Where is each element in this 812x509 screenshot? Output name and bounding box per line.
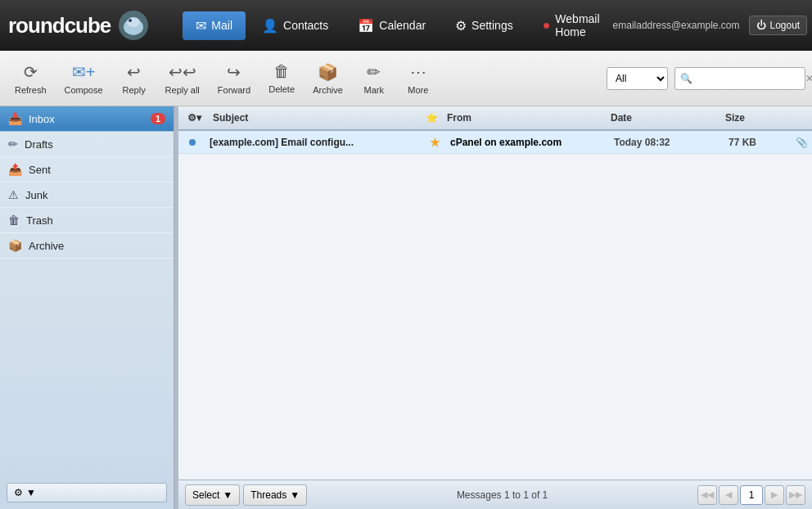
reply-label: Reply xyxy=(123,85,146,95)
svg-point-3 xyxy=(129,19,132,22)
search-icon: 🔍 xyxy=(680,73,692,84)
nav-contacts[interactable]: 👤 Contacts xyxy=(249,11,341,40)
email-panel: ⚙▾ Subject ⭐ From Date Size xyxy=(178,106,812,509)
nav-calendar[interactable]: 📅 Calendar xyxy=(345,11,439,40)
email-subject: [example.com] Email configu... xyxy=(203,137,426,148)
page-info: Messages 1 to 1 of 1 xyxy=(310,489,694,501)
nav-contacts-label: Contacts xyxy=(283,19,328,32)
compose-button[interactable]: ✉+ Compose xyxy=(56,57,111,100)
mark-label: Mark xyxy=(364,85,384,95)
archive-icon: 📦 xyxy=(318,62,338,82)
sidebar-gear-icon: ⚙ xyxy=(14,487,23,498)
sidebar-inbox-label: Inbox xyxy=(29,113,144,125)
archive-button[interactable]: 📦 Archive xyxy=(304,57,351,100)
header-flag: ⭐ xyxy=(422,112,440,124)
sidebar-item-inbox[interactable]: 📥 Inbox 1 xyxy=(0,106,174,132)
pagination: ◀◀ ◀ 1 ▶ ▶▶ xyxy=(697,485,805,505)
email-list-header: ⚙▾ Subject ⭐ From Date Size xyxy=(178,106,812,131)
svg-point-2 xyxy=(127,17,140,27)
sidebar-item-junk[interactable]: ⚠ Junk xyxy=(0,182,174,208)
unread-dot xyxy=(186,137,196,148)
trash-icon: 🗑 xyxy=(8,214,20,227)
logout-label: Logout xyxy=(769,20,800,31)
select-label: Select xyxy=(192,489,219,501)
mark-icon: ✏ xyxy=(367,62,381,82)
reply-all-label: Reply all xyxy=(165,85,200,95)
refresh-label: Refresh xyxy=(15,85,47,95)
paperclip-icon: 📎 xyxy=(796,137,808,148)
forward-icon: ↪ xyxy=(227,62,241,82)
nav-mail[interactable]: ✉ Mail xyxy=(183,11,246,40)
forward-label: Forward xyxy=(218,85,250,95)
email-attachment-icon: 📎 xyxy=(796,137,812,148)
logo-icon xyxy=(117,9,150,42)
refresh-button[interactable]: ⟳ Refresh xyxy=(7,57,55,100)
header-check: ⚙▾ xyxy=(182,112,206,124)
junk-icon: ⚠ xyxy=(8,188,19,201)
sidebar-settings-button[interactable]: ⚙ ▼ xyxy=(7,483,167,502)
subject-sort: Subject xyxy=(213,112,416,124)
nav-items: ✉ Mail 👤 Contacts 📅 Calendar ⚙ Settings … xyxy=(183,6,612,45)
settings-dropdown-icon[interactable]: ⚙▾ xyxy=(187,112,201,124)
header-date[interactable]: Date xyxy=(604,112,719,124)
email-check xyxy=(178,137,203,148)
nav-webmail-home-label: Webmail Home xyxy=(555,12,599,38)
threads-button[interactable]: Threads ▼ xyxy=(243,484,307,506)
nav-mail-label: Mail xyxy=(211,19,232,32)
mail-icon: ✉ xyxy=(196,18,206,34)
clear-search-icon[interactable]: ✕ xyxy=(805,73,812,84)
first-page-icon: ◀◀ xyxy=(701,489,714,500)
prev-page-button[interactable]: ◀ xyxy=(719,485,738,505)
reply-button[interactable]: ↩ Reply xyxy=(113,57,156,100)
nav-webmail-home[interactable]: ● Webmail Home xyxy=(530,6,613,45)
inbox-icon: 📥 xyxy=(8,112,22,125)
table-row[interactable]: [example.com] Email configu... ★ cPanel … xyxy=(178,131,812,154)
nav-settings[interactable]: ⚙ Settings xyxy=(442,11,526,40)
more-icon: ⋯ xyxy=(410,62,426,82)
star-icon: ★ xyxy=(430,136,440,149)
sidebar-trash-label: Trash xyxy=(26,214,165,227)
drafts-icon: ✏ xyxy=(8,137,18,151)
contacts-icon: 👤 xyxy=(262,18,278,34)
topbar-right: emailaddress@example.com ⏻ Logout xyxy=(613,16,808,35)
sidebar-item-trash[interactable]: 🗑 Trash xyxy=(0,208,174,233)
search-scope-select[interactable]: All Subject From To xyxy=(607,67,668,90)
select-dropdown-icon: ▼ xyxy=(223,489,232,501)
sidebar-item-sent[interactable]: 📤 Sent xyxy=(0,157,174,182)
main: ⟳ Refresh ✉+ Compose ↩ Reply ↩↩ Reply al… xyxy=(0,51,812,509)
delete-button[interactable]: 🗑 Delete xyxy=(260,57,303,99)
logo: roundcube xyxy=(8,9,150,42)
refresh-icon: ⟳ xyxy=(24,62,38,82)
logout-button[interactable]: ⏻ Logout xyxy=(749,16,807,35)
header-subject[interactable]: Subject xyxy=(206,112,422,124)
calendar-icon: 📅 xyxy=(358,18,374,34)
select-button[interactable]: Select ▼ xyxy=(185,484,240,506)
header-from[interactable]: From xyxy=(440,112,604,124)
delete-label: Delete xyxy=(268,84,295,94)
sidebar-drafts-label: Drafts xyxy=(25,138,165,151)
search-box[interactable]: 🔍 ✕ xyxy=(674,67,805,90)
search-input[interactable] xyxy=(696,73,802,84)
nav-settings-label: Settings xyxy=(471,19,513,32)
email-flag[interactable]: ★ xyxy=(426,136,444,149)
mark-button[interactable]: ✏ Mark xyxy=(353,57,395,100)
reply-all-button[interactable]: ↩↩ Reply all xyxy=(157,57,208,100)
next-page-button[interactable]: ▶ xyxy=(765,485,784,505)
threads-label: Threads xyxy=(250,489,286,501)
settings-icon: ⚙ xyxy=(455,18,467,34)
toolbar: ⟳ Refresh ✉+ Compose ↩ Reply ↩↩ Reply al… xyxy=(0,51,812,106)
topbar: roundcube ✉ Mail 👤 Contacts 📅 Calendar ⚙… xyxy=(0,0,812,51)
archive-label: Archive xyxy=(313,85,343,95)
more-button[interactable]: ⋯ More xyxy=(397,57,440,100)
power-icon: ⏻ xyxy=(756,20,766,31)
last-page-button[interactable]: ▶▶ xyxy=(786,485,805,505)
sidebar-item-archive[interactable]: 📦 Archive xyxy=(0,233,174,259)
sidebar-item-drafts[interactable]: ✏ Drafts xyxy=(0,132,174,157)
first-page-button[interactable]: ◀◀ xyxy=(697,485,717,505)
footer: Select ▼ Threads ▼ Messages 1 to 1 of 1 … xyxy=(178,480,812,509)
forward-button[interactable]: ↪ Forward xyxy=(210,57,259,100)
current-page[interactable]: 1 xyxy=(740,485,763,505)
header-size[interactable]: Size xyxy=(719,112,776,124)
user-email: emailaddress@example.com xyxy=(613,20,740,31)
delete-icon: 🗑 xyxy=(273,62,290,81)
